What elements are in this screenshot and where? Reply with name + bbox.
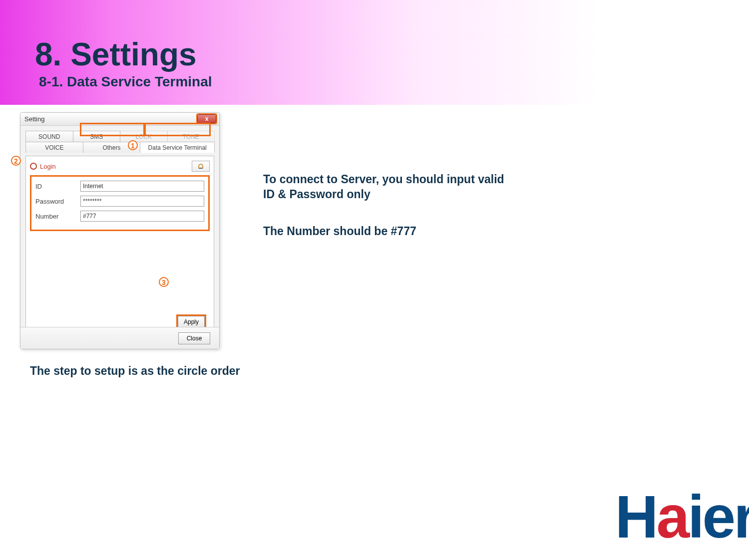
gear-icon: [30, 163, 37, 170]
tab-sound[interactable]: SOUND: [25, 131, 73, 142]
label-password: Password: [35, 198, 80, 205]
instruction-text-1: To connect to Server, you should input v…: [263, 172, 513, 202]
window-title: Setting: [24, 115, 44, 123]
input-number[interactable]: [80, 211, 204, 222]
window-titlebar: Setting x: [20, 113, 219, 126]
bulb-icon: [198, 164, 203, 169]
page-title: 8. Settings: [35, 36, 197, 73]
row-number: Number: [35, 211, 204, 222]
slide: 8. Settings 8-1. Data Service Terminal 2…: [0, 0, 749, 560]
instruction-text-2: The Number should be #777: [263, 225, 416, 238]
step-badge-1: 1: [128, 140, 138, 150]
login-header-label: Login: [40, 163, 56, 170]
window-close-button[interactable]: x: [197, 114, 216, 123]
tab-content: Login ID Password Number: [25, 156, 214, 333]
login-form-highlight: ID Password Number: [30, 175, 210, 231]
close-button[interactable]: Close: [178, 332, 210, 344]
tab-tone[interactable]: TONE: [167, 131, 215, 142]
haier-logo: Haier: [615, 482, 749, 551]
caption-text: The step to setup is as the circle order: [30, 364, 240, 378]
input-id[interactable]: [80, 181, 204, 192]
tab-sms[interactable]: SMS: [73, 131, 121, 142]
step-badge-2: 2: [11, 156, 21, 166]
settings-window: Setting x 1 SOUND SMS LOCK TONE VOICE Ot…: [20, 112, 220, 349]
page-subtitle: 8-1. Data Service Terminal: [39, 74, 212, 90]
label-number: Number: [35, 213, 80, 220]
logo-h: H: [615, 483, 657, 550]
window-bottom-bar: Close: [20, 327, 219, 349]
tabs-area: SOUND SMS LOCK TONE VOICE Others Data Se…: [25, 131, 214, 156]
apply-button[interactable]: Apply: [178, 316, 205, 328]
tab-data-service-terminal[interactable]: Data Service Terminal: [140, 142, 215, 153]
hint-button[interactable]: [192, 161, 210, 172]
tab-lock[interactable]: LOCK: [120, 131, 168, 142]
label-id: ID: [35, 183, 80, 190]
logo-ier: ier: [688, 483, 749, 550]
logo-a: a: [656, 483, 688, 550]
row-id: ID: [35, 181, 204, 192]
input-password[interactable]: [80, 196, 204, 207]
step-badge-3: 3: [159, 277, 169, 287]
login-header: Login: [30, 160, 210, 172]
tab-voice[interactable]: VOICE: [25, 142, 83, 153]
row-password: Password: [35, 196, 204, 207]
apply-wrap: Apply: [178, 316, 205, 328]
